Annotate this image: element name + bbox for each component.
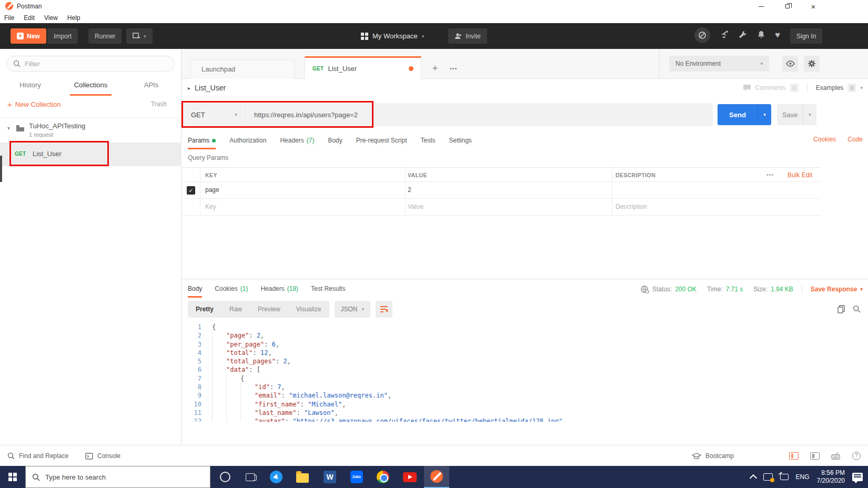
param-checkbox[interactable]: ✓ xyxy=(187,186,195,195)
method-selector[interactable]: GET ▾ xyxy=(183,103,246,126)
bell-icon[interactable] xyxy=(757,30,765,41)
send-button[interactable]: Send xyxy=(718,104,758,125)
taskbar-search-input[interactable] xyxy=(45,473,182,481)
param-key[interactable]: page xyxy=(205,186,219,194)
cortana-button[interactable] xyxy=(213,466,238,488)
format-selector[interactable]: JSON ▾ xyxy=(335,301,371,318)
environment-selector[interactable]: No Environment ▾ xyxy=(669,56,769,72)
language-indicator[interactable]: ENG xyxy=(796,473,810,481)
wrench-icon[interactable] xyxy=(739,30,748,41)
new-button[interactable]: + New xyxy=(11,28,46,44)
single-pane-view-button[interactable] xyxy=(810,452,820,460)
copy-icon[interactable] xyxy=(837,305,845,313)
param-description-placeholder[interactable]: Description xyxy=(615,203,647,210)
postman-app-button[interactable] xyxy=(424,466,449,488)
params-options-button[interactable]: ••• xyxy=(766,172,774,178)
examples-label[interactable]: Examples xyxy=(816,84,844,92)
comments-label[interactable]: Comments xyxy=(755,84,786,92)
menu-help[interactable]: Help xyxy=(67,14,80,22)
settings-button[interactable] xyxy=(804,56,820,72)
tab-settings[interactable]: Settings xyxy=(449,137,472,145)
help-icon[interactable]: ? xyxy=(852,452,861,460)
maximize-button[interactable] xyxy=(775,0,800,13)
chevron-down-icon[interactable]: ▾ xyxy=(860,85,863,90)
console-button[interactable]: Console xyxy=(85,445,120,466)
sign-in-button[interactable]: Sign In xyxy=(790,28,822,44)
clock[interactable]: 8:56 PM 7/20/2020 xyxy=(817,469,845,485)
collection-item[interactable]: ▾ TuHoc_APITesting 1 request xyxy=(0,118,181,143)
taskbar-search[interactable] xyxy=(25,466,210,488)
tab-authorization[interactable]: Authorization xyxy=(229,137,266,145)
youtube-app-button[interactable] xyxy=(397,466,422,488)
filter-input[interactable] xyxy=(25,60,156,68)
invite-button[interactable]: Invite xyxy=(448,28,487,44)
mode-pretty[interactable]: Pretty xyxy=(188,306,221,313)
save-button[interactable]: Save xyxy=(777,104,803,125)
satellite-icon[interactable] xyxy=(720,29,729,41)
tray-photos-icon[interactable] xyxy=(763,473,773,481)
mode-raw[interactable]: Raw xyxy=(221,306,250,313)
mode-preview[interactable]: Preview xyxy=(250,306,288,313)
tab-tests[interactable]: Tests xyxy=(420,137,435,145)
chevron-down-icon[interactable]: ▾ xyxy=(7,125,10,131)
tab-headers[interactable]: Headers(7) xyxy=(280,137,314,145)
tab-list-user[interactable]: GET List_User xyxy=(305,56,421,79)
start-button[interactable] xyxy=(0,466,25,488)
chrome-app-button[interactable] xyxy=(370,466,396,488)
menu-file[interactable]: File xyxy=(4,14,14,22)
minimize-button[interactable] xyxy=(749,0,773,13)
runner-button[interactable]: Runner xyxy=(88,28,122,44)
cookies-link[interactable]: Cookies xyxy=(813,136,836,143)
tab-params[interactable]: Params xyxy=(188,137,216,145)
response-code-viewer[interactable]: 1{2"page": 2,3"per_page": 6,4"total": 12… xyxy=(181,320,860,422)
two-pane-view-button[interactable] xyxy=(789,452,799,460)
url-input[interactable] xyxy=(247,103,713,126)
send-options-button[interactable]: ▾ xyxy=(758,104,771,125)
word-app-button[interactable]: W xyxy=(317,466,342,488)
trash-button[interactable]: Trash xyxy=(151,100,167,108)
save-response-button[interactable]: Save Response ▾ xyxy=(811,286,863,293)
param-value[interactable]: 2 xyxy=(408,186,411,194)
tab-response-headers[interactable]: Headers(18) xyxy=(260,285,298,293)
environment-quick-look-button[interactable] xyxy=(782,56,798,72)
search-response-icon[interactable] xyxy=(853,305,861,313)
tab-launchpad[interactable]: Launchpad xyxy=(190,59,295,79)
param-value-placeholder[interactable]: Value xyxy=(408,203,423,210)
menu-edit[interactable]: Edit xyxy=(24,14,35,22)
mode-visualize[interactable]: Visualize xyxy=(288,306,329,313)
sync-disabled-icon[interactable] xyxy=(694,27,710,43)
request-title[interactable]: ▸ List_User xyxy=(188,84,226,92)
tab-response-cookies[interactable]: Cookies(1) xyxy=(215,285,248,293)
menu-view[interactable]: View xyxy=(44,14,58,22)
find-and-replace-button[interactable]: Find and Replace xyxy=(7,445,68,466)
tab-options-button[interactable]: ••• xyxy=(446,60,461,76)
tray-expand-icon[interactable] xyxy=(750,474,757,482)
heart-icon[interactable]: ♥ xyxy=(775,30,780,40)
tray-pen-icon[interactable] xyxy=(780,474,789,480)
shortcuts-keyboard-icon[interactable] xyxy=(831,452,841,460)
task-view-button[interactable] xyxy=(238,466,263,488)
close-button[interactable]: × xyxy=(801,0,825,13)
workspace-switcher[interactable]: My Workspace ▾ xyxy=(361,28,424,44)
tab-test-results[interactable]: Test Results xyxy=(311,285,345,293)
code-link[interactable]: Code xyxy=(847,136,863,143)
import-button[interactable]: Import xyxy=(47,28,78,44)
param-key-placeholder[interactable]: Key xyxy=(205,203,216,210)
messenger-app-button[interactable] xyxy=(264,466,289,488)
notification-center-icon[interactable] xyxy=(852,473,863,481)
tab-response-body[interactable]: Body xyxy=(188,285,202,293)
save-options-button[interactable]: ▾ xyxy=(803,104,816,125)
new-collection-button[interactable]: + New Collection xyxy=(7,100,60,109)
tab-pre-request-script[interactable]: Pre-request Script xyxy=(356,137,407,145)
tab-collections[interactable]: Collections xyxy=(60,78,121,95)
new-tab-button[interactable]: + xyxy=(427,60,443,76)
new-window-button[interactable]: ▾ xyxy=(126,28,153,44)
table-row-placeholder[interactable]: Key Value Description xyxy=(181,199,821,216)
bulk-edit-link[interactable]: Bulk Edit xyxy=(788,171,812,179)
table-row[interactable]: ✓ page 2 xyxy=(181,182,821,199)
tab-apis[interactable]: APIs xyxy=(121,78,181,95)
tab-body[interactable]: Body xyxy=(328,137,342,145)
bootcamp-button[interactable]: Bootcamp xyxy=(692,445,734,466)
wrap-lines-button[interactable] xyxy=(376,301,392,318)
sidebar-request-list-user[interactable]: GET List_User xyxy=(0,143,181,166)
